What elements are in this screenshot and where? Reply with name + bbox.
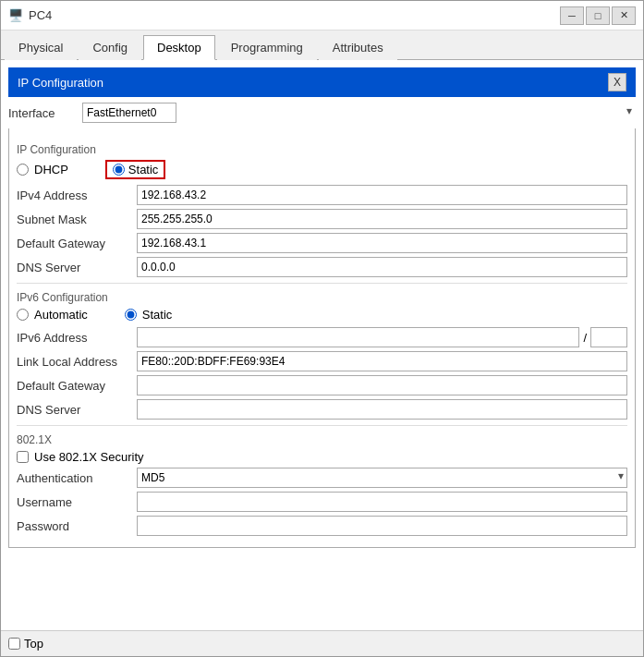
interface-select[interactable]: FastEthernet0: [82, 103, 176, 123]
password-row: Password: [17, 516, 627, 536]
interface-label: Interface: [8, 106, 82, 120]
bottom-bar: Top: [1, 630, 643, 656]
ipv4-address-label: IPv4 Address: [17, 189, 137, 202]
minimize-button[interactable]: ─: [560, 6, 584, 25]
top-label: Top: [24, 637, 43, 651]
ipv4-separator: [17, 283, 627, 284]
subnet-mask-label: Subnet Mask: [17, 213, 137, 226]
top-checkbox[interactable]: [8, 638, 20, 650]
auth-label: Authentication: [17, 471, 137, 485]
ipv6-address-input[interactable]: [137, 327, 579, 347]
window-title: PC4: [29, 8, 52, 22]
ipv6-radio-group: Automatic Static: [17, 308, 627, 322]
title-bar-left: 🖥️ PC4: [8, 8, 52, 23]
ip-body: IP Configuration DHCP Static IPv4 Addres…: [8, 128, 636, 548]
tab-bar: Physical Config Desktop Programming Attr…: [1, 30, 643, 60]
username-input[interactable]: [137, 492, 627, 512]
static-radio[interactable]: [113, 164, 125, 176]
ip-config-title: IP Configuration: [18, 76, 103, 90]
dot1x-checkbox[interactable]: [17, 451, 29, 463]
ipv6-prefix-input[interactable]: [590, 327, 627, 347]
tab-attributes[interactable]: Attributes: [319, 35, 397, 60]
main-content: IP Configuration X Interface FastEtherne…: [1, 60, 643, 630]
ipv4-address-input[interactable]: [137, 185, 627, 205]
link-local-input[interactable]: [137, 351, 627, 371]
subnet-mask-row: Subnet Mask: [17, 209, 627, 229]
dot1x-title: 802.1X: [17, 433, 627, 446]
ip-config-close-button[interactable]: X: [608, 73, 626, 91]
ipv4-radio-group: DHCP Static: [17, 160, 627, 179]
ipv4-default-gateway-row: Default Gateway: [17, 233, 627, 253]
password-input[interactable]: [137, 516, 627, 536]
window-close-button[interactable]: ✕: [612, 6, 636, 25]
top-checkbox-label[interactable]: Top: [8, 637, 43, 651]
tab-physical[interactable]: Physical: [5, 35, 77, 60]
ipv6-automatic-label: Automatic: [34, 308, 88, 322]
dhcp-label: DHCP: [34, 163, 68, 176]
interface-row: Interface FastEthernet0: [8, 103, 636, 123]
ipv6-separator: [17, 425, 627, 426]
ipv6-static-radio[interactable]: [125, 309, 137, 321]
password-label: Password: [17, 519, 137, 533]
ipv6-input-group: /: [137, 327, 627, 347]
ipv4-dns-input[interactable]: [137, 257, 627, 277]
subnet-mask-input[interactable]: [137, 209, 627, 229]
link-local-row: Link Local Address: [17, 351, 627, 371]
window: 🖥️ PC4 ─ □ ✕ Physical Config Desktop Pro…: [0, 0, 644, 657]
title-controls: ─ □ ✕: [560, 6, 636, 25]
ipv4-section-title: IP Configuration: [17, 143, 627, 156]
dot1x-section: 802.1X Use 802.1X Security Authenticatio…: [17, 433, 627, 536]
ipv6-dns-input[interactable]: [137, 399, 627, 420]
ipv6-dns-label: DNS Server: [17, 403, 137, 417]
username-row: Username: [17, 492, 627, 512]
dot1x-checkbox-row: Use 802.1X Security: [17, 450, 627, 464]
auth-select[interactable]: MD5: [137, 468, 627, 488]
ipv6-default-gateway-label: Default Gateway: [17, 379, 137, 393]
ipv6-automatic-radio-label[interactable]: Automatic: [17, 308, 88, 322]
ipv6-default-gateway-input[interactable]: [137, 375, 627, 395]
ipv4-default-gateway-input[interactable]: [137, 233, 627, 253]
interface-select-wrap: FastEthernet0: [82, 103, 636, 123]
ipv6-static-label: Static: [142, 308, 173, 322]
ipv4-dns-row: DNS Server: [17, 257, 627, 277]
ipv6-section-title: IPv6 Configuration: [17, 291, 627, 304]
title-bar: 🖥️ PC4 ─ □ ✕: [1, 1, 643, 30]
ipv6-dns-row: DNS Server: [17, 399, 627, 420]
ipv6-static-radio-label[interactable]: Static: [125, 308, 173, 322]
dot1x-checkbox-label: Use 802.1X Security: [34, 450, 144, 464]
ipv6-default-gateway-row: Default Gateway: [17, 375, 627, 395]
ipv4-default-gateway-label: Default Gateway: [17, 237, 137, 250]
ipv4-address-row: IPv4 Address: [17, 185, 627, 205]
static-label: Static: [128, 163, 159, 176]
tab-programming[interactable]: Programming: [217, 35, 317, 60]
tab-config[interactable]: Config: [79, 35, 141, 60]
ipv6-address-label: IPv6 Address: [17, 331, 137, 345]
ipv6-address-row: IPv6 Address /: [17, 327, 627, 347]
ipv6-automatic-radio[interactable]: [17, 309, 29, 321]
app-icon: 🖥️: [8, 8, 23, 23]
auth-row: Authentication MD5: [17, 468, 627, 488]
maximize-button[interactable]: □: [586, 6, 610, 25]
prefix-separator: /: [583, 331, 587, 345]
username-label: Username: [17, 495, 137, 509]
dhcp-radio[interactable]: [17, 164, 29, 176]
dhcp-radio-label[interactable]: DHCP: [17, 163, 68, 176]
static-radio-label[interactable]: Static: [105, 160, 166, 179]
tab-desktop[interactable]: Desktop: [143, 35, 215, 60]
ipv4-dns-label: DNS Server: [17, 261, 137, 274]
link-local-label: Link Local Address: [17, 355, 137, 369]
auth-select-wrap: MD5: [137, 468, 627, 488]
ip-config-header: IP Configuration X: [8, 67, 636, 97]
